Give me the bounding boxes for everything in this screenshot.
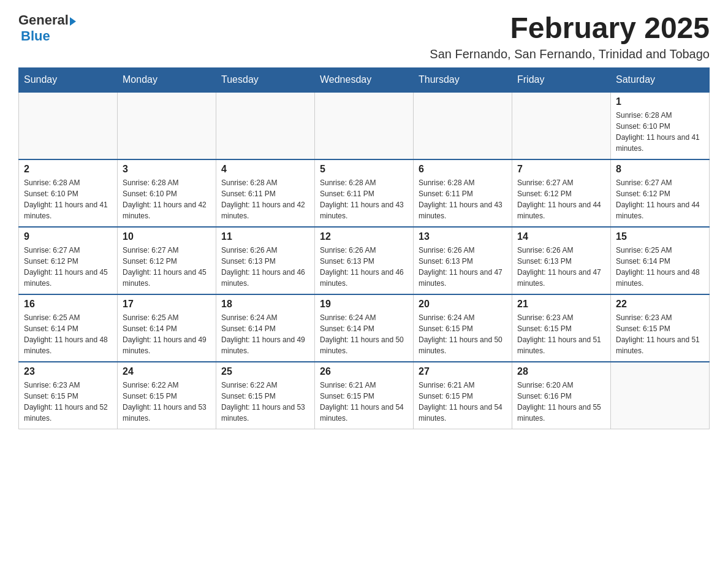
calendar-cell [611,362,710,429]
day-number: 26 [320,366,408,377]
day-info: Sunrise: 6:27 AMSunset: 6:12 PMDaylight:… [24,245,112,289]
calendar-table: SundayMondayTuesdayWednesdayThursdayFrid… [18,67,710,430]
day-number: 16 [24,299,112,310]
day-info: Sunrise: 6:27 AMSunset: 6:12 PMDaylight:… [123,245,211,289]
calendar-week-row: 23Sunrise: 6:23 AMSunset: 6:15 PMDayligh… [19,362,710,429]
calendar-cell: 20Sunrise: 6:24 AMSunset: 6:15 PMDayligh… [414,294,512,362]
day-info: Sunrise: 6:21 AMSunset: 6:15 PMDaylight:… [419,380,507,424]
day-info: Sunrise: 6:25 AMSunset: 6:14 PMDaylight:… [24,312,112,356]
logo-arrow-icon [70,17,76,26]
calendar-cell [19,92,118,159]
day-info: Sunrise: 6:24 AMSunset: 6:14 PMDaylight:… [320,312,408,356]
day-number: 12 [320,231,408,242]
day-number: 15 [616,231,704,242]
calendar-cell: 13Sunrise: 6:26 AMSunset: 6:13 PMDayligh… [414,227,512,294]
calendar-cell: 7Sunrise: 6:27 AMSunset: 6:12 PMDaylight… [512,159,611,227]
day-info: Sunrise: 6:28 AMSunset: 6:11 PMDaylight:… [320,177,408,221]
calendar-cell: 5Sunrise: 6:28 AMSunset: 6:11 PMDaylight… [315,159,414,227]
calendar-week-row: 16Sunrise: 6:25 AMSunset: 6:14 PMDayligh… [19,294,710,362]
day-info: Sunrise: 6:21 AMSunset: 6:15 PMDaylight:… [320,380,408,424]
calendar-cell: 24Sunrise: 6:22 AMSunset: 6:15 PMDayligh… [118,362,216,429]
calendar-day-header: Saturday [611,67,710,92]
day-info: Sunrise: 6:23 AMSunset: 6:15 PMDaylight:… [24,380,112,424]
day-number: 10 [123,231,211,242]
calendar-cell [414,92,512,159]
calendar-day-header: Tuesday [216,67,315,92]
day-number: 14 [517,231,605,242]
day-number: 5 [320,164,408,175]
calendar-cell: 9Sunrise: 6:27 AMSunset: 6:12 PMDaylight… [19,227,118,294]
day-number: 21 [517,299,605,310]
page-header: General Blue February 2025 San Fernando,… [18,12,710,61]
day-info: Sunrise: 6:22 AMSunset: 6:15 PMDaylight:… [123,380,211,424]
calendar-cell: 28Sunrise: 6:20 AMSunset: 6:16 PMDayligh… [512,362,611,429]
month-title: February 2025 [430,12,710,45]
day-info: Sunrise: 6:27 AMSunset: 6:12 PMDaylight:… [616,177,704,221]
day-number: 13 [419,231,507,242]
location-title: San Fernando, San Fernando, Trinidad and… [430,47,710,61]
calendar-week-row: 2Sunrise: 6:28 AMSunset: 6:10 PMDaylight… [19,159,710,227]
day-info: Sunrise: 6:26 AMSunset: 6:13 PMDaylight:… [320,245,408,289]
calendar-day-header: Monday [118,67,216,92]
day-info: Sunrise: 6:28 AMSunset: 6:11 PMDaylight:… [419,177,507,221]
title-block: February 2025 San Fernando, San Fernando… [430,12,710,61]
calendar-cell: 26Sunrise: 6:21 AMSunset: 6:15 PMDayligh… [315,362,414,429]
logo-text-blue: Blue [21,28,50,44]
day-number: 11 [221,231,309,242]
calendar-cell: 17Sunrise: 6:25 AMSunset: 6:14 PMDayligh… [118,294,216,362]
day-number: 17 [123,299,211,310]
calendar-cell: 12Sunrise: 6:26 AMSunset: 6:13 PMDayligh… [315,227,414,294]
day-number: 23 [24,366,112,377]
calendar-cell [315,92,414,159]
day-number: 4 [221,164,309,175]
day-info: Sunrise: 6:28 AMSunset: 6:10 PMDaylight:… [24,177,112,221]
day-number: 20 [419,299,507,310]
day-number: 1 [616,96,704,107]
day-info: Sunrise: 6:22 AMSunset: 6:15 PMDaylight:… [221,380,309,424]
day-number: 2 [24,164,112,175]
calendar-cell [118,92,216,159]
calendar-header-row: SundayMondayTuesdayWednesdayThursdayFrid… [19,67,710,92]
day-info: Sunrise: 6:25 AMSunset: 6:14 PMDaylight:… [123,312,211,356]
logo-text-general: General [18,12,69,28]
calendar-cell: 10Sunrise: 6:27 AMSunset: 6:12 PMDayligh… [118,227,216,294]
calendar-cell: 14Sunrise: 6:26 AMSunset: 6:13 PMDayligh… [512,227,611,294]
day-info: Sunrise: 6:28 AMSunset: 6:11 PMDaylight:… [221,177,309,221]
day-number: 3 [123,164,211,175]
day-info: Sunrise: 6:26 AMSunset: 6:13 PMDaylight:… [419,245,507,289]
calendar-cell: 2Sunrise: 6:28 AMSunset: 6:10 PMDaylight… [19,159,118,227]
calendar-cell: 4Sunrise: 6:28 AMSunset: 6:11 PMDaylight… [216,159,315,227]
day-number: 6 [419,164,507,175]
calendar-cell: 1Sunrise: 6:28 AMSunset: 6:10 PMDaylight… [611,92,710,159]
day-info: Sunrise: 6:26 AMSunset: 6:13 PMDaylight:… [221,245,309,289]
calendar-cell: 22Sunrise: 6:23 AMSunset: 6:15 PMDayligh… [611,294,710,362]
day-number: 8 [616,164,704,175]
calendar-cell: 3Sunrise: 6:28 AMSunset: 6:10 PMDaylight… [118,159,216,227]
day-info: Sunrise: 6:24 AMSunset: 6:14 PMDaylight:… [221,312,309,356]
calendar-cell: 6Sunrise: 6:28 AMSunset: 6:11 PMDaylight… [414,159,512,227]
day-number: 27 [419,366,507,377]
calendar-cell: 19Sunrise: 6:24 AMSunset: 6:14 PMDayligh… [315,294,414,362]
day-number: 25 [221,366,309,377]
day-number: 19 [320,299,408,310]
calendar-cell: 27Sunrise: 6:21 AMSunset: 6:15 PMDayligh… [414,362,512,429]
calendar-cell: 21Sunrise: 6:23 AMSunset: 6:15 PMDayligh… [512,294,611,362]
day-info: Sunrise: 6:28 AMSunset: 6:10 PMDaylight:… [123,177,211,221]
day-info: Sunrise: 6:25 AMSunset: 6:14 PMDaylight:… [616,245,704,289]
day-number: 18 [221,299,309,310]
calendar-cell: 15Sunrise: 6:25 AMSunset: 6:14 PMDayligh… [611,227,710,294]
calendar-cell: 25Sunrise: 6:22 AMSunset: 6:15 PMDayligh… [216,362,315,429]
day-info: Sunrise: 6:27 AMSunset: 6:12 PMDaylight:… [517,177,605,221]
calendar-day-header: Sunday [19,67,118,92]
day-number: 7 [517,164,605,175]
calendar-week-row: 9Sunrise: 6:27 AMSunset: 6:12 PMDaylight… [19,227,710,294]
day-info: Sunrise: 6:24 AMSunset: 6:15 PMDaylight:… [419,312,507,356]
day-number: 28 [517,366,605,377]
day-number: 22 [616,299,704,310]
day-info: Sunrise: 6:20 AMSunset: 6:16 PMDaylight:… [517,380,605,424]
calendar-day-header: Wednesday [315,67,414,92]
calendar-cell [216,92,315,159]
day-info: Sunrise: 6:26 AMSunset: 6:13 PMDaylight:… [517,245,605,289]
calendar-day-header: Thursday [414,67,512,92]
logo: General Blue [18,12,76,44]
